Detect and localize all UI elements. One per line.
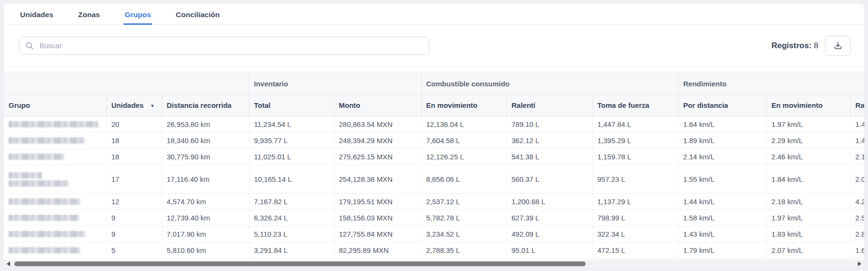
cell-r5-c5: 5,782.78 L bbox=[421, 210, 506, 226]
column-header-4[interactable]: Monto bbox=[334, 94, 421, 116]
cell-r3-c10: 2.05 bbox=[850, 165, 864, 194]
cell-r1-c2: 18,340.60 km bbox=[162, 133, 249, 149]
column-header-2[interactable]: Distancia recorrida bbox=[162, 94, 249, 116]
cell-r6-c9: 1.83 km/L bbox=[766, 226, 850, 242]
column-header-label: En movimiento bbox=[426, 101, 478, 109]
download-button[interactable] bbox=[825, 36, 851, 56]
cell-r7-c3: 3,291.84 L bbox=[249, 242, 334, 259]
cell-r2-c6: 541.38 L bbox=[506, 149, 592, 165]
cell-r4-c1: 12 bbox=[106, 194, 162, 210]
column-header-7[interactable]: Toma de fuerza bbox=[592, 94, 678, 116]
cell-r6-c2: 7,017.90 km bbox=[162, 226, 249, 242]
tab-conciliacion[interactable]: Conciliación bbox=[175, 4, 221, 25]
table-row[interactable]: 124,574.70 km7,167.82 L179,195.51 MXN2,5… bbox=[4, 194, 864, 210]
cell-r6-c4: 127,755.84 MXN bbox=[334, 226, 421, 242]
cell-r4-c6: 1,200.68 L bbox=[506, 194, 592, 210]
cell-r0-c3: 11,234.54 L bbox=[249, 116, 334, 133]
group-name-cell bbox=[4, 116, 106, 133]
redacted-group-name bbox=[9, 180, 69, 187]
cell-r4-c7: 1,137.29 L bbox=[592, 194, 678, 210]
records-value: 8 bbox=[814, 41, 818, 50]
redacted-group-name bbox=[9, 198, 80, 205]
cell-r6-c6: 492.09 L bbox=[506, 226, 592, 242]
cell-r1-c1: 18 bbox=[106, 133, 162, 149]
cell-r0-c2: 26,953.80 km bbox=[162, 116, 249, 133]
cell-r6-c3: 5,110.23 L bbox=[249, 226, 334, 242]
column-header-6[interactable]: Ralentí bbox=[506, 94, 592, 116]
horizontal-scrollbar[interactable] bbox=[4, 260, 864, 267]
cell-r4-c10: 4.22 bbox=[850, 194, 864, 210]
cell-r3-c8: 1.55 km/L bbox=[678, 165, 766, 194]
table-row[interactable]: 1818,340.60 km9,935.77 L248,394.29 MXN7,… bbox=[4, 133, 864, 149]
cell-r1-c7: 1,395.29 L bbox=[592, 133, 678, 149]
table-row[interactable]: 1830,775.90 km11,025.01 L275,625.15 MXN1… bbox=[4, 149, 864, 165]
column-header-5[interactable]: En movimiento bbox=[421, 94, 506, 116]
cell-r6-c5: 3,234.52 L bbox=[421, 226, 506, 242]
cell-r5-c8: 1.58 km/L bbox=[678, 210, 766, 226]
toolbar: Registros:8 bbox=[4, 25, 864, 66]
sort-caret-icon[interactable]: ▼ bbox=[150, 104, 155, 108]
scroll-right-arrow-icon[interactable] bbox=[858, 261, 861, 266]
column-header-8[interactable]: Por distancia bbox=[678, 94, 766, 116]
column-header-label: Por distancia bbox=[683, 101, 728, 109]
tab-grupos[interactable]: Grupos bbox=[124, 4, 152, 25]
search-input[interactable] bbox=[19, 37, 429, 55]
cell-r7-c2: 5,810.60 km bbox=[162, 242, 249, 259]
toolbar-divider bbox=[4, 66, 864, 67]
group-header-3: Rendimiento bbox=[678, 73, 864, 94]
table-row[interactable]: 912,739.40 km6,326.24 L158,156.03 MXN5,7… bbox=[4, 210, 864, 226]
group-name-cell bbox=[4, 149, 106, 165]
redacted-group-name bbox=[9, 215, 79, 221]
redacted-group-name bbox=[9, 247, 80, 253]
cell-r5-c4: 158,156.03 MXN bbox=[334, 210, 421, 226]
cell-r0-c8: 1.64 km/L bbox=[678, 116, 766, 133]
group-name-cell bbox=[4, 226, 106, 242]
cell-r2-c1: 18 bbox=[106, 149, 162, 165]
cell-r1-c8: 1.89 km/L bbox=[678, 133, 766, 149]
cell-r2-c9: 2.46 km/L bbox=[766, 149, 850, 165]
redacted-group-name bbox=[9, 121, 98, 127]
cell-r1-c9: 2.29 km/L bbox=[766, 133, 850, 149]
scroll-left-arrow-icon[interactable] bbox=[7, 261, 10, 266]
cell-r5-c1: 9 bbox=[106, 210, 162, 226]
redacted-group-name bbox=[9, 231, 86, 237]
cell-r0-c9: 1.97 km/L bbox=[766, 116, 850, 133]
cell-r6-c7: 322.34 L bbox=[592, 226, 678, 242]
group-name-cell bbox=[4, 165, 106, 194]
table-row[interactable]: 2026,953.80 km11,234.54 L280,863.54 MXN1… bbox=[4, 116, 864, 133]
cell-r0-c10: 1.43 bbox=[850, 116, 864, 133]
column-header-10[interactable]: Ralentí bbox=[850, 94, 864, 116]
cell-r7-c5: 2,788.35 L bbox=[421, 242, 506, 259]
group-name-cell bbox=[4, 210, 106, 226]
cell-r2-c2: 30,775.90 km bbox=[162, 149, 249, 165]
cell-r2-c4: 275,625.15 MXN bbox=[334, 149, 421, 165]
column-header-1[interactable]: Unidades▼ bbox=[106, 94, 162, 116]
tab-unidades[interactable]: Unidades bbox=[19, 4, 54, 25]
column-header-3[interactable]: Total bbox=[249, 94, 334, 116]
cell-r1-c3: 9,935.77 L bbox=[249, 133, 334, 149]
cell-r1-c6: 362.12 L bbox=[506, 133, 592, 149]
column-header-label: Distancia recorrida bbox=[167, 101, 232, 109]
tab-zonas[interactable]: Zonas bbox=[77, 4, 101, 25]
column-header-0[interactable]: Grupo bbox=[4, 94, 106, 116]
cell-r4-c4: 179,195.51 MXN bbox=[334, 194, 421, 210]
scrollbar-thumb[interactable] bbox=[14, 261, 586, 266]
column-header-label: Ralentí bbox=[512, 101, 536, 109]
cell-r5-c2: 12,739.40 km bbox=[162, 210, 249, 226]
cell-r4-c9: 2.18 km/L bbox=[766, 194, 850, 210]
cell-r2-c3: 11,025.01 L bbox=[249, 149, 334, 165]
table-row[interactable]: 97,017.90 km5,110.23 L127,755.84 MXN3,23… bbox=[4, 226, 864, 242]
column-header-9[interactable]: En movimiento bbox=[766, 94, 850, 116]
table-row[interactable]: 1717,116.40 km10,165.14 L254,128.38 MXN8… bbox=[4, 165, 864, 194]
cell-r6-c1: 9 bbox=[106, 226, 162, 242]
cell-r5-c10: 2.51 bbox=[850, 210, 864, 226]
group-header-1: Inventario bbox=[249, 73, 421, 94]
column-header-label: Grupo bbox=[9, 101, 30, 109]
group-name-cell bbox=[4, 194, 106, 210]
cell-r5-c6: 627.39 L bbox=[506, 210, 592, 226]
group-header-spacer bbox=[4, 73, 249, 94]
cell-r0-c5: 12,136.04 L bbox=[421, 116, 506, 133]
redacted-group-name bbox=[9, 172, 42, 178]
table-row[interactable]: 55,810.60 km3,291.84 L82,295.89 MXN2,788… bbox=[4, 242, 864, 259]
column-header-label: Toma de fuerza bbox=[598, 101, 650, 109]
